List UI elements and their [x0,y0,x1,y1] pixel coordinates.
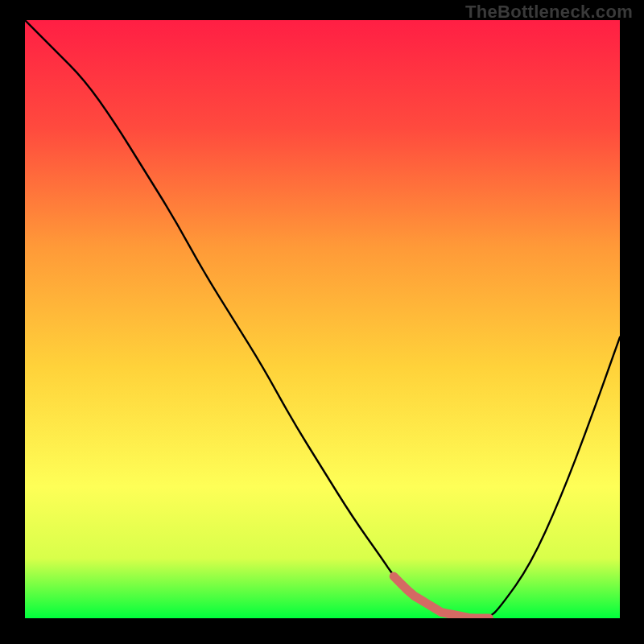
plot-area [25,20,620,618]
gradient-background [25,20,620,618]
chart-frame: TheBottleneck.com [0,0,644,644]
watermark-text: TheBottleneck.com [465,2,633,23]
chart-svg [25,20,620,618]
